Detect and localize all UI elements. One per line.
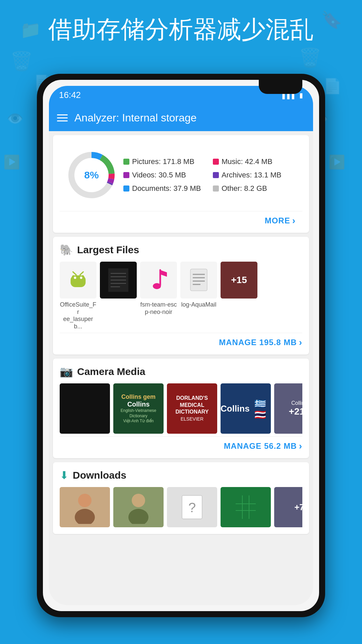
svg-line-12 (80, 272, 83, 275)
downloads-row: ? +7 (60, 487, 302, 527)
more-dl-count: +7 (294, 502, 302, 513)
phone-notch (259, 80, 302, 94)
manage-largest-button[interactable]: MANAGE 195.8 MB (219, 337, 302, 348)
media-thumb-2[interactable]: Collins gem Collins English-VietnameseDi… (113, 383, 164, 434)
collins-viet-subtitle: English-VietnameseDictionaryViệt-Anh Từ … (121, 408, 157, 424)
dorland-title: DORLAND'SMEDICALDICTIONARY ELSEVIER (173, 392, 212, 425)
file-thumb-android (60, 262, 97, 299)
page-title: 借助存储分析器减少混乱 (0, 13, 362, 46)
downloads-card: ⬇ Downloads (53, 462, 309, 534)
svg-point-19 (153, 283, 161, 289)
more-chevron (292, 215, 296, 226)
largest-files-card: 🐘 Largest Files (53, 237, 309, 355)
manage-largest-chevron (299, 337, 302, 348)
app-bar-title: Analyzer: Internal storage (74, 112, 197, 124)
svg-point-26 (75, 509, 95, 524)
svg-line-11 (73, 272, 76, 275)
dl-thumb-more[interactable]: +7 (274, 487, 302, 527)
videos-label: Videos: 30.5 MB (132, 171, 186, 179)
media-thumb-more[interactable]: Collins +215 (274, 383, 302, 434)
storage-overview: 8% Pictures: 171.8 MB Music: 42.4 MB (60, 142, 302, 208)
collins-viet-title: Collins gem (121, 393, 156, 400)
archives-label: Archives: 13.1 MB (222, 171, 282, 179)
more-label: MORE (265, 216, 290, 225)
more-button[interactable]: MORE (265, 215, 296, 226)
svg-point-10 (80, 277, 82, 279)
largest-files-header: 🐘 Largest Files (60, 244, 302, 256)
file-item-more[interactable]: +15 (221, 262, 257, 299)
dl-thumb-3[interactable]: ? (167, 487, 217, 527)
svg-text:?: ? (188, 500, 196, 515)
menu-button[interactable] (57, 114, 68, 121)
dl-thumb-4[interactable] (221, 487, 271, 527)
manage-media-button[interactable]: MANAGE 56.2 MB (224, 441, 302, 451)
svg-point-25 (78, 494, 92, 507)
storage-donut-chart: 8% (66, 150, 117, 200)
legend-documents: Documents: 37.9 MB (123, 184, 206, 193)
manage-media-row: MANAGE 56.2 MB (60, 436, 302, 451)
file-item-1[interactable]: OfficeSuite_Free_lasuperb... (60, 262, 97, 330)
legend-pictures: Pictures: 171.8 MB (123, 157, 206, 166)
file-item-3[interactable]: fsm-team-escp-neo-noir (140, 262, 177, 316)
collins-viet-name: Collins (127, 400, 150, 408)
svg-point-9 (74, 277, 76, 279)
android-icon (66, 268, 90, 292)
collins-flags: 🇬🇷 🇹🇭 (250, 398, 271, 420)
file-thumb-black (100, 262, 137, 299)
person1-icon (71, 490, 98, 524)
camera-media-header: 📷 Camera Media (60, 365, 302, 378)
file-name-4: log-AquaMail (181, 301, 216, 309)
file-item-2[interactable] (100, 262, 137, 301)
archives-dot (213, 172, 219, 178)
largest-files-row: OfficeSuite_Free_lasuperb... (60, 262, 302, 330)
more-media-collins-label: Collins (291, 400, 302, 406)
camera-media-row: Collins gem Collins English-VietnameseDi… (60, 383, 302, 434)
legend-archives: Archives: 13.1 MB (213, 171, 296, 179)
documents-dot (123, 185, 129, 192)
file-thumb-log (180, 262, 217, 299)
file-item-4[interactable]: log-AquaMail (180, 262, 217, 309)
more-row: MORE (60, 211, 302, 226)
downloads-title: Downloads (73, 470, 126, 481)
app-bar: Analyzer: Internal storage (49, 104, 313, 131)
text-doc-icon (189, 268, 209, 292)
media-thumb-3[interactable]: DORLAND'SMEDICALDICTIONARY ELSEVIER (167, 383, 217, 434)
spreadsheet-icon (234, 494, 257, 521)
status-time: 16:42 (59, 90, 81, 100)
legend-videos: Videos: 30.5 MB (123, 171, 206, 179)
music-label: Music: 42.4 MB (222, 157, 273, 166)
doc-lines-icon (107, 267, 130, 293)
svg-rect-8 (71, 275, 86, 287)
pictures-label: Pictures: 171.8 MB (132, 157, 194, 166)
svg-rect-20 (190, 269, 207, 291)
camera-icon: 📷 (60, 365, 73, 378)
music-dot (213, 159, 219, 165)
manage-largest-label: MANAGE 195.8 MB (219, 338, 297, 347)
more-media-count: +215 (289, 406, 302, 417)
dorland-elsevier: ELSEVIER (181, 416, 203, 422)
elephant-icon: 🐘 (60, 244, 73, 256)
battery-icon: ▮ (299, 91, 303, 99)
documents-label: Documents: 37.9 MB (132, 184, 201, 193)
file-thumb-more: +15 (221, 262, 257, 299)
legend-music: Music: 42.4 MB (213, 157, 296, 166)
media-thumb-4[interactable]: Collins 🇬🇷 🇹🇭 (221, 383, 271, 434)
media-thumb-1[interactable] (60, 383, 110, 434)
camera-media-card: 📷 Camera Media Collins gem Collins Engli… (53, 359, 309, 458)
download-icon: ⬇ (60, 469, 69, 482)
main-content: 8% Pictures: 171.8 MB Music: 42.4 MB (49, 131, 313, 605)
pictures-dot (123, 159, 129, 165)
phone-frame: 16:42 ▌▌▌ ▮ Analyzer: Internal storage (37, 74, 325, 617)
videos-dot (123, 172, 129, 178)
largest-files-title: Largest Files (77, 244, 139, 256)
dl-thumb-1[interactable] (60, 487, 110, 527)
file-name-3: fsm-team-escp-neo-noir (140, 301, 177, 316)
manage-media-label: MANAGE 56.2 MB (224, 441, 297, 451)
storage-card: 8% Pictures: 171.8 MB Music: 42.4 MB (53, 135, 309, 233)
file-thumb-music (140, 262, 177, 299)
question-file-icon: ? (180, 494, 204, 521)
dl-thumb-2[interactable] (113, 487, 164, 527)
downloads-header: ⬇ Downloads (60, 469, 302, 482)
svg-point-27 (132, 494, 145, 507)
music-note-icon (148, 268, 169, 292)
